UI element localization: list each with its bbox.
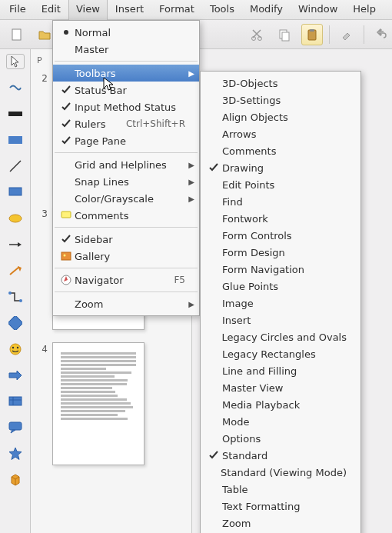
copy-button[interactable] — [274, 24, 295, 45]
menubar-item-insert[interactable]: Insert — [108, 0, 151, 20]
toolbar-item-form-controls[interactable]: Form Controls — [201, 227, 360, 244]
menubar-item-window[interactable]: Window — [291, 0, 345, 20]
toolbar-item-media-playback[interactable]: Media Playback — [201, 396, 360, 413]
view-item-input-method-status[interactable]: Input Method Status — [53, 98, 199, 115]
format-paintbrush-button[interactable] — [336, 24, 357, 45]
svg-point-25 — [64, 255, 66, 257]
svg-rect-10 — [9, 188, 22, 195]
submenu-arrow-icon: ▶ — [188, 69, 194, 78]
view-item-page-pane[interactable]: Page Pane — [53, 132, 199, 149]
toolbars-submenu: 3D-Objects3D-SettingsAlign ObjectsArrows… — [200, 71, 361, 533]
menu-label: Master — [75, 44, 185, 55]
menu-gutter — [205, 163, 222, 172]
toolbar-item-text-formatting[interactable]: Text Formatting — [201, 498, 360, 515]
menu-label: Find — [222, 196, 347, 208]
menubar-item-modify[interactable]: Modify — [242, 0, 291, 20]
toolbar-item-insert[interactable]: Insert — [201, 311, 360, 328]
view-item-grid-and-helplines[interactable]: Grid and Helplines▶ — [53, 156, 199, 173]
toolbar-item-glue-points[interactable]: Glue Points — [201, 278, 360, 295]
page-thumb[interactable]: 4 — [37, 342, 185, 465]
toolbar-item-form-design[interactable]: Form Design — [201, 244, 360, 261]
toolbar-item-drawing[interactable]: Drawing — [201, 159, 360, 176]
toolbar-item-find[interactable]: Find — [201, 193, 360, 210]
menu-label: Mode — [222, 416, 347, 428]
svg-point-18 — [16, 347, 18, 348]
curve-tool[interactable] — [6, 263, 25, 278]
menubar-item-format[interactable]: Format — [151, 0, 202, 20]
new-button[interactable] — [6, 24, 28, 45]
ellipse-tool[interactable] — [6, 211, 25, 226]
callout-tool[interactable] — [6, 420, 25, 435]
svg-rect-4 — [282, 32, 289, 41]
menu-separator — [55, 152, 198, 153]
undo-button[interactable] — [370, 24, 392, 45]
arrow-tool[interactable] — [6, 237, 25, 252]
rectangle-tool[interactable] — [6, 185, 25, 200]
menubar-item-edit[interactable]: Edit — [34, 0, 68, 20]
basic-shapes-tool[interactable] — [6, 315, 25, 331]
svg-rect-23 — [61, 212, 71, 218]
toolbar-item-comments[interactable]: Comments — [201, 142, 360, 159]
menubar-item-tools[interactable]: Tools — [202, 0, 242, 20]
3d-tool[interactable] — [6, 472, 25, 488]
view-item-rulers[interactable]: RulersCtrl+Shift+R — [53, 115, 199, 132]
cut-button[interactable] — [246, 24, 267, 45]
toolbar-item-3d-settings[interactable]: 3D-Settings — [201, 92, 360, 108]
menu-label: Zoom — [222, 518, 347, 529]
block-arrows-tool[interactable] — [6, 368, 25, 383]
paste-button[interactable] — [301, 24, 323, 45]
view-item-master[interactable]: Master — [53, 41, 199, 58]
toolbar-item-image[interactable]: Image — [201, 295, 360, 311]
menu-label: 3D-Settings — [222, 95, 347, 106]
toolbar-item-options[interactable]: Options — [201, 430, 360, 447]
line-tool[interactable] — [6, 158, 25, 174]
view-item-sidebar[interactable]: Sidebar — [53, 231, 199, 248]
view-item-normal[interactable]: Normal — [53, 24, 199, 41]
toolbar-item-line-and-filling[interactable]: Line and Filling — [201, 362, 360, 379]
toolbar-item-align-objects[interactable]: Align Objects — [201, 108, 360, 125]
view-item-navigator[interactable]: NavigatorF5 — [53, 271, 199, 288]
toolbar-item-master-view[interactable]: Master View — [201, 379, 360, 396]
view-item-zoom[interactable]: Zoom▶ — [53, 295, 199, 312]
toolbar-item-fontwork[interactable]: Fontwork — [201, 210, 360, 227]
view-item-status-bar[interactable]: Status Bar — [53, 82, 199, 98]
menu-label: Zoom — [75, 298, 185, 310]
symbol-shapes-tool[interactable] — [6, 341, 25, 357]
toolbar-item-table[interactable]: Table — [201, 481, 360, 498]
toolbar-item-zoom[interactable]: Zoom — [201, 515, 360, 531]
toolbar-item-legacy-circles-and-ovals[interactable]: Legacy Circles and Ovals — [201, 328, 360, 345]
fill-tool[interactable] — [6, 106, 25, 122]
select-tool[interactable] — [6, 54, 25, 69]
star-tool[interactable] — [6, 446, 25, 461]
menubar-item-file[interactable]: File — [2, 0, 34, 20]
menu-label: Grid and Helplines — [75, 159, 185, 171]
toolbar-item-standard[interactable]: Standard — [201, 447, 360, 464]
connector-tool[interactable] — [6, 289, 25, 305]
menu-label: Comments — [222, 145, 347, 157]
view-menu: NormalMasterToolbars▶Status BarInput Met… — [52, 20, 200, 316]
toolbar-item-edit-points[interactable]: Edit Points — [201, 176, 360, 193]
menu-label: Input Method Status — [75, 102, 185, 113]
menubar-item-help[interactable]: Help — [345, 0, 384, 20]
view-item-color-grayscale[interactable]: Color/Grayscale▶ — [53, 190, 199, 207]
thumb-number: 3 — [37, 207, 48, 330]
toolbar-item-legacy-rectangles[interactable]: Legacy Rectangles — [201, 345, 360, 362]
view-item-comments[interactable]: Comments — [53, 207, 199, 224]
menubar-item-view[interactable]: View — [68, 0, 108, 20]
menu-label: Text Formatting — [222, 501, 347, 512]
menu-label: Form Design — [222, 247, 347, 258]
toolbar-item-arrows[interactable]: Arrows — [201, 125, 360, 142]
view-item-toolbars[interactable]: Toolbars▶ — [53, 65, 199, 82]
gradient-tool[interactable] — [6, 132, 25, 148]
toolbar-item-3d-objects[interactable]: 3D-Objects — [201, 75, 360, 92]
toolbar-item-mode[interactable]: Mode — [201, 413, 360, 430]
spray-tool[interactable] — [6, 80, 25, 95]
view-item-snap-lines[interactable]: Snap Lines▶ — [53, 173, 199, 190]
submenu-arrow-icon: ▶ — [188, 195, 194, 203]
toolbar-item-standard-viewing-mode-[interactable]: Standard (Viewing Mode) — [201, 464, 360, 481]
toolbar-item-form-navigation[interactable]: Form Navigation — [201, 261, 360, 278]
separator — [329, 25, 330, 44]
view-item-gallery[interactable]: Gallery — [53, 248, 199, 265]
flowchart-tool[interactable] — [6, 394, 25, 409]
check-icon — [58, 119, 75, 128]
